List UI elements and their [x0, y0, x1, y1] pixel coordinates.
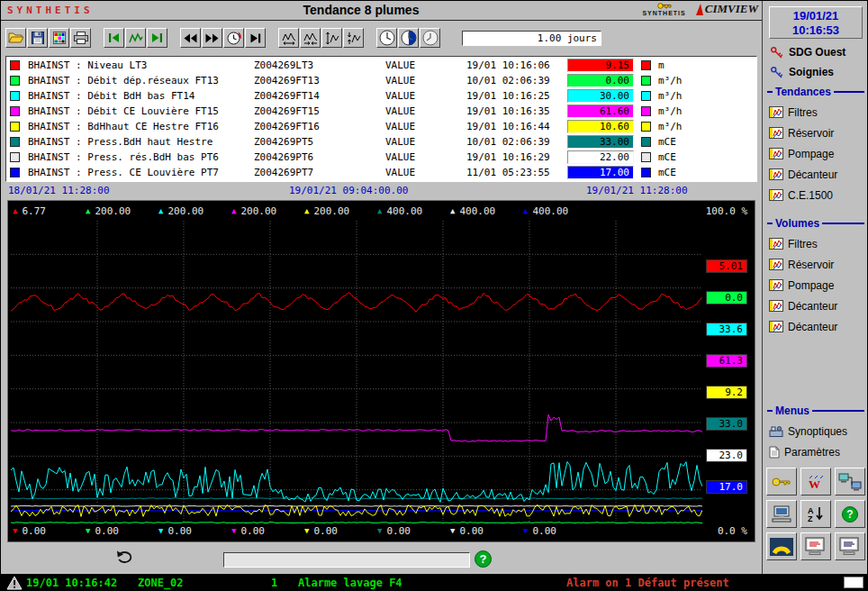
undo-button[interactable] — [114, 550, 136, 568]
open-folder-button[interactable] — [5, 28, 26, 48]
save-button[interactable] — [27, 28, 48, 48]
below-chart-row: ? — [1, 547, 762, 572]
pen-row-z004269ft16[interactable]: BHAINST : BdHhaut CE Hestre FT16Z004269F… — [6, 119, 756, 134]
pen-table: BHAINST : Niveau LT3Z004269LT3VALUE19/01… — [5, 56, 757, 182]
trend-plot[interactable] — [11, 221, 702, 523]
pen-unit: m³/h — [651, 121, 683, 132]
zoom-y-in-button[interactable] — [321, 28, 342, 48]
scale-max-value: 400.00 — [532, 205, 568, 217]
cursor-value-box-z004269ft14: 33.6 — [706, 323, 747, 336]
trend-icon — [769, 189, 783, 201]
scale-max-entry: ▲6.77 — [13, 205, 86, 217]
page-last-button[interactable] — [147, 28, 167, 48]
web-button[interactable]: W — [800, 468, 831, 496]
pen-unit-swatch — [641, 106, 651, 116]
screen-list-button[interactable] — [835, 532, 865, 560]
pen-color-swatch — [10, 152, 20, 162]
pen-label: BHAINST : Débit BdH bas FT14 — [20, 90, 254, 102]
cursor-value-box-z004269ft16: 9.2 — [706, 386, 747, 399]
clock-long-button[interactable] — [420, 28, 440, 48]
zoom-y-out-button[interactable] — [343, 28, 364, 48]
pen-color-swatch — [10, 60, 20, 70]
pen-kind: VALUE — [385, 59, 466, 71]
scale-max-entry: ▲200.00 — [231, 205, 304, 217]
pen-unit: mCE — [651, 167, 676, 178]
zoom-x-in-button[interactable] — [278, 28, 299, 48]
pen-row-z004269pt6[interactable]: BHAINST : Press. rés.BdH bas PT6Z004269P… — [6, 150, 756, 165]
section-header-menus: Menus — [763, 405, 868, 417]
print-button[interactable] — [70, 28, 91, 48]
curve-select-button[interactable] — [125, 28, 146, 48]
pen-row-z004269ft15[interactable]: BHAINST : Débit CE Louvière FT15Z004269F… — [6, 104, 756, 119]
down-triangle-icon: ▼ — [377, 526, 382, 535]
sidebar-item-tendances-filtres[interactable]: Filtres — [763, 102, 868, 123]
pen-row-z004269pt7[interactable]: BHAINST : Press. CE Louvière PT7Z004269P… — [6, 165, 756, 180]
clock-short-button[interactable] — [376, 28, 397, 48]
scale-min-entry: ▼0.00 — [13, 525, 86, 537]
app-window: SYNTHETIS Tendance 8 plumes SYNTHETIS CI… — [0, 0, 868, 591]
site-list: SDG OuestSoignies — [763, 42, 868, 82]
scale-min-value: 0.00 — [240, 525, 265, 537]
sidebar-item-volumes-r-servoir[interactable]: Réservoir — [763, 254, 868, 275]
pen-row-z004269ft13[interactable]: BHAINST : Débit dép.réseaux FT13Z004269F… — [6, 73, 756, 88]
sidebar-item-synoptiques[interactable]: Synoptiques — [763, 421, 868, 441]
pen-timestamp: 19/01 10:16:44 — [466, 121, 567, 132]
scale-top-entries: ▲6.77▲200.00▲200.00▲200.00▲200.00▲400.00… — [13, 205, 596, 217]
pen-row-z004269pt5[interactable]: BHAINST : Press.BdH haut HestreZ004269PT… — [6, 134, 756, 150]
sidebar-item-tendances-c-e-1500[interactable]: C.E.1500 — [763, 185, 868, 205]
zoom-x-out-button[interactable] — [300, 28, 321, 48]
up-triangle-icon: ▲ — [523, 206, 528, 215]
pen-palette-button[interactable] — [49, 28, 69, 48]
scale-min-value: 0.00 — [95, 525, 119, 537]
pen-timestamp: 19/01 10:16:06 — [466, 59, 567, 71]
trend-icon — [769, 238, 783, 250]
gauge-button[interactable] — [766, 532, 797, 560]
pen-unit-swatch — [641, 152, 651, 162]
rewind-button[interactable] — [180, 28, 201, 48]
duration-input[interactable] — [462, 31, 601, 46]
clock-half-button[interactable] — [398, 28, 419, 48]
pen-unit-swatch — [641, 76, 651, 86]
help-button[interactable]: ? — [835, 500, 865, 528]
warning-icon — [6, 576, 23, 591]
page-last-icon — [151, 32, 163, 43]
pen-kind: VALUE — [385, 75, 466, 86]
pen-timestamp: 11/01 05:23:55 — [466, 167, 567, 178]
save-icon — [32, 32, 44, 44]
pen-row-z004269ft14[interactable]: BHAINST : Débit BdH bas FT14Z004269FT14V… — [6, 88, 756, 104]
page-first-button[interactable] — [104, 28, 124, 48]
sidebar-item-volumes-d-canteur[interactable]: Décanteur — [763, 296, 868, 316]
go-end-button[interactable] — [245, 28, 266, 48]
site-soignies[interactable]: Soignies — [763, 62, 868, 82]
sort-az-button[interactable]: AZ — [800, 500, 831, 528]
site-sdg-ouest[interactable]: SDG Ouest — [763, 42, 868, 62]
pen-timestamp: 10/01 02:06:39 — [466, 75, 567, 86]
pen-label: BHAINST : Débit dép.réseaux FT13 — [20, 75, 254, 86]
sidebar-item-tendances-d-canteur[interactable]: Décanteur — [763, 164, 868, 185]
pen-kind: VALUE — [385, 136, 466, 148]
pen-row-z004269lt3[interactable]: BHAINST : Niveau LT3Z004269LT3VALUE19/01… — [6, 58, 756, 73]
sidebar-toolgrid: WAZ? — [763, 468, 868, 565]
pen-label: BHAINST : Press. CE Louvière PT7 — [20, 167, 254, 178]
rewind-icon — [184, 33, 197, 43]
network-button[interactable] — [835, 468, 865, 496]
comment-input[interactable] — [223, 552, 470, 568]
sidebar-item-param-tres[interactable]: Paramètres — [763, 441, 868, 462]
key-button[interactable] — [766, 468, 797, 496]
workstation-button[interactable] — [766, 500, 797, 528]
realtime-clock-button[interactable] — [223, 28, 244, 48]
scale-max-value: 200.00 — [313, 205, 349, 217]
sidebar-item-tendances-pompage[interactable]: Pompage — [763, 143, 868, 164]
screen-copy-button[interactable] — [800, 532, 831, 560]
pen-label: BHAINST : Débit CE Louvière FT15 — [20, 105, 254, 117]
scale-min-entry: ▼0.00 — [86, 525, 158, 537]
help-button[interactable]: ? — [475, 550, 492, 568]
sidebar-item-volumes-pompage[interactable]: Pompage — [763, 275, 868, 296]
sidebar-item-volumes-d-canteur[interactable]: Décanteur — [763, 316, 868, 337]
forward-button[interactable] — [202, 28, 222, 48]
sidebar-item-tendances-r-servoir[interactable]: Réservoir — [763, 123, 868, 143]
synthetis-logo: SYNTHETIS — [642, 2, 685, 16]
sidebar-item-volumes-filtres[interactable]: Filtres — [763, 233, 868, 254]
down-triangle-icon: ▼ — [86, 526, 90, 535]
down-triangle-icon: ▼ — [450, 526, 455, 535]
